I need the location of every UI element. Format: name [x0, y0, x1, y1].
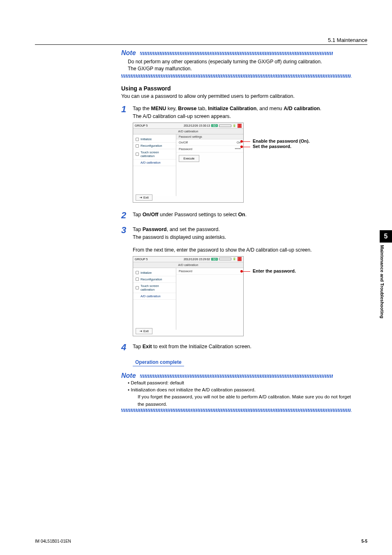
- note-rule-bottom-icon: [121, 409, 351, 412]
- grid-icon: [136, 144, 139, 148]
- circle-icon: [136, 138, 139, 141]
- operation-complete: Operation complete: [133, 359, 184, 366]
- ss1-main: Password settings On/OffOn Password*****…: [176, 134, 243, 196]
- ss1-timestamp: 2012/12/26 15:30:13: [184, 124, 210, 127]
- note-2: Note Default password: default Initializ…: [121, 372, 351, 412]
- step-number-1: 1: [121, 105, 133, 120]
- ss1-breadcrumb: A/D calibration: [133, 129, 243, 134]
- note-list: Default password: default Initialization…: [121, 379, 351, 408]
- battery-icon: 🔋: [233, 257, 236, 261]
- sidebar-item-initialize[interactable]: Initialize: [133, 270, 176, 276]
- callout-enter-password: Enter the password.: [253, 268, 296, 273]
- circle-icon: [136, 271, 139, 274]
- sidebar-item-touch-calibration[interactable]: Touch screen calibration: [133, 283, 176, 293]
- ss1-password-field[interactable]: Password*****: [176, 146, 243, 153]
- footer-left: IM 04L51B01-01EN: [35, 539, 71, 543]
- ss1-sidebar: Initialize Reconfiguration Touch screen …: [133, 134, 176, 196]
- step-1: 1 Tap the MENU key, Browse tab, Initiali…: [121, 105, 351, 120]
- chapter-number: 5: [380, 230, 392, 243]
- footer-right: 5-5: [362, 539, 367, 543]
- section-lead: You can use a password to allow only per…: [121, 93, 351, 99]
- note-rule-bottom-icon: [121, 74, 351, 78]
- sd-icon: SD: [211, 124, 218, 127]
- sidebar-item-reconfiguration[interactable]: Reconfiguration: [133, 143, 176, 149]
- header-section: 5.1 Maintenance: [328, 37, 367, 43]
- ss2-topbar: GROUP 5 2012/12/26 15:29:02 SD 🔋 ⋮⋮: [133, 257, 243, 262]
- note-line2: The GX/GP may malfunction.: [128, 66, 192, 72]
- step-4-text: Tap Exit to exit from the Initialize Cal…: [133, 343, 351, 352]
- red-line-icon: [243, 271, 250, 272]
- step-4: 4 Tap Exit to exit from the Initialize C…: [121, 343, 351, 352]
- step-number-2: 2: [121, 211, 133, 220]
- sidebar-item-initialize[interactable]: Initialize: [133, 136, 176, 143]
- note-rule-icon: [140, 375, 333, 378]
- touch-icon: [136, 153, 139, 156]
- grid-icon: [136, 278, 139, 281]
- callout-set-password: Set the password.: [253, 144, 291, 149]
- step-1-text: Tap the MENU key, Browse tab, Initialize…: [133, 105, 351, 120]
- battery-icon: 🔋: [233, 124, 236, 127]
- note2-li2: Initialization does not initialize the A…: [128, 386, 351, 408]
- exit-button[interactable]: ⇥Exit: [136, 194, 152, 201]
- step-2-text: Tap On/Off under Password settings to se…: [133, 211, 351, 220]
- execute-button[interactable]: Execute: [179, 155, 199, 162]
- page: 5.1 Maintenance Note Do not perform any …: [0, 0, 392, 555]
- page-footer: IM 04L51B01-01EN 5-5: [35, 539, 367, 543]
- note-body: Do not perform any other operations (esp…: [121, 57, 351, 74]
- exit-button[interactable]: ⇥Exit: [136, 328, 152, 334]
- note-title: Note: [121, 49, 136, 57]
- section-heading: Using a Password: [121, 85, 351, 92]
- sidebar-item-ad-calibration[interactable]: A/D calibration: [133, 160, 176, 166]
- red-line-icon: [243, 147, 250, 147]
- ss2-sidebar: Initialize Reconfiguration Touch screen …: [133, 268, 176, 330]
- touch-icon: [136, 286, 139, 289]
- sidebar-item-ad-calibration[interactable]: A/D calibration: [133, 293, 176, 300]
- side-tab: 5 Maintenance and Troubleshooting: [380, 230, 392, 318]
- step-2: 2 Tap On/Off under Password settings to …: [121, 211, 351, 220]
- step-number-4: 4: [121, 343, 133, 352]
- ss1-topbar: GROUP 5 2012/12/26 15:30:13 SD 🔋 ⋮⋮: [133, 123, 243, 129]
- red-line-icon: [243, 141, 250, 142]
- ss1-group-header: Password settings: [176, 134, 243, 139]
- ss1-onoff-field[interactable]: On/OffOn: [176, 139, 243, 146]
- content: Note Do not perform any other operations…: [121, 49, 351, 412]
- grid-icon: ⋮⋮: [238, 124, 242, 128]
- between-text: From the next time, enter the password t…: [133, 246, 351, 254]
- step-number-3: 3: [121, 226, 133, 241]
- ss2-main: Password: [176, 268, 243, 330]
- exit-icon: ⇥: [139, 196, 142, 199]
- ss2-password-field[interactable]: Password: [176, 268, 243, 275]
- note2-li1: Default password: default: [128, 379, 351, 386]
- sidebar-item-reconfiguration[interactable]: Reconfiguration: [133, 276, 176, 283]
- note-1: Note Do not perform any other operations…: [121, 49, 351, 78]
- step-1-sub: The A/D calibration call-up screen appea…: [133, 113, 231, 119]
- ss2-breadcrumb: A/D calibration: [133, 262, 243, 268]
- callout-enable-password: Enable the password (On).: [253, 139, 310, 143]
- step-3-sub: The password is displayed using asterisk…: [133, 234, 226, 240]
- chapter-label: Maintenance and Troubleshooting: [380, 245, 388, 318]
- note-rule-icon: [140, 52, 333, 55]
- note-line1: Do not perform any other operations (esp…: [128, 59, 322, 65]
- exit-icon: ⇥: [139, 329, 142, 333]
- header-rule: [35, 44, 367, 45]
- ss2-timestamp: 2012/12/26 15:29:02: [184, 258, 210, 261]
- sd-icon: SD: [211, 258, 218, 261]
- screenshot-1: GROUP 5 2012/12/26 15:30:13 SD 🔋 ⋮⋮ A/D …: [133, 123, 244, 203]
- grid-icon: ⋮⋮: [238, 257, 242, 261]
- note-title: Note: [121, 372, 136, 379]
- step-3: 3 Tap Password, and set the password. Th…: [121, 226, 351, 241]
- screenshot-2: GROUP 5 2012/12/26 15:29:02 SD 🔋 ⋮⋮ A/D …: [133, 256, 244, 336]
- step-3-text: Tap Password, and set the password. The …: [133, 226, 351, 241]
- sidebar-item-touch-calibration[interactable]: Touch screen calibration: [133, 149, 176, 160]
